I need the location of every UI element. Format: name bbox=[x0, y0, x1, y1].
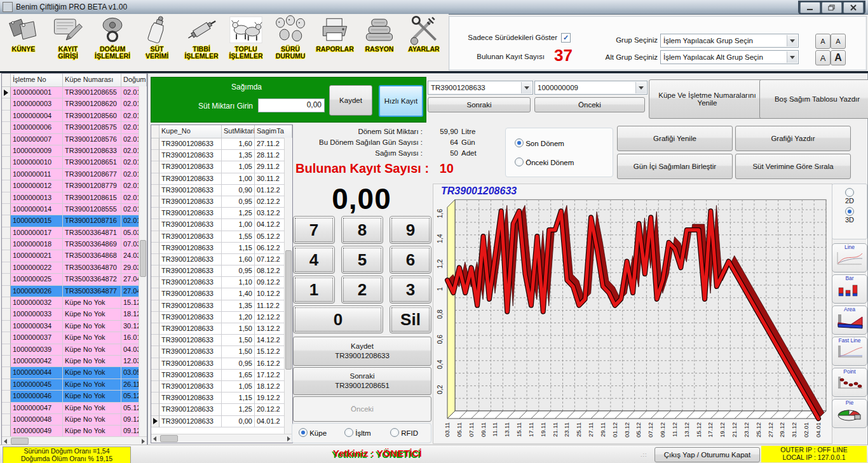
table-row[interactable]: TR390012086331,6517.12.2 bbox=[151, 370, 292, 381]
table-row[interactable]: TR390012086331,0004.12.2 bbox=[151, 219, 292, 231]
numpad-key-sil[interactable]: Sil bbox=[390, 305, 431, 333]
refresh-chart-button[interactable]: Grafiği Yenile bbox=[617, 126, 733, 151]
tag-combo-arrow[interactable] bbox=[521, 82, 532, 93]
table-row[interactable]: 1000000010TR3900120865102.01.2 bbox=[2, 157, 147, 168]
close-button[interactable] bbox=[843, 2, 864, 13]
table-row[interactable]: 1000000037Küpe No Yok16.01.2 bbox=[2, 332, 147, 344]
toolbar-item-süt-verimi[interactable]: SÜT VERİMİ bbox=[136, 14, 178, 60]
toolbar-item-kayit-girişi[interactable]: KAYIT GİRİŞİ bbox=[47, 14, 89, 60]
table-row[interactable]: 1000000006TR3900120857502.01.2 bbox=[2, 122, 147, 133]
table-row[interactable]: 1000000014TR3900120855502.01.2 bbox=[2, 204, 147, 215]
table-row[interactable]: TR390012086331,3528.11.2 bbox=[151, 150, 292, 161]
table-row[interactable]: 1000000011TR3900120867702.01.2 bbox=[2, 169, 147, 180]
vertical-scrollbar[interactable] bbox=[139, 86, 147, 436]
save-button[interactable]: Kaydet bbox=[329, 85, 372, 116]
numpad-key-4[interactable]: 4 bbox=[293, 246, 335, 274]
group-combo-arrow[interactable] bbox=[787, 35, 797, 46]
table-row[interactable]: 1000000032Küpe No Yok15.12.2 bbox=[2, 297, 147, 309]
toolbar-item-rasyon[interactable]: RASYON bbox=[358, 14, 400, 53]
chart-type-fast-line-button[interactable]: Fast Line bbox=[832, 337, 867, 366]
table-row[interactable]: TR390012086330,0004.01.2 bbox=[151, 416, 292, 427]
restore-button[interactable] bbox=[822, 2, 842, 13]
table-row[interactable]: 1000000047Küpe No Yok05.12.2 bbox=[2, 403, 147, 414]
table-row[interactable]: TR390012086331,3511.12.2 bbox=[151, 300, 292, 312]
numpad-key-0[interactable]: 0 bbox=[293, 305, 383, 333]
chart-type-bar-button[interactable]: Bar bbox=[832, 274, 867, 304]
table-row[interactable]: TR390012086330,9516.12.2 bbox=[151, 358, 292, 370]
period-current-radio[interactable]: Son Dönem bbox=[515, 138, 564, 147]
table-row[interactable]: TR390012086331,2503.12.2 bbox=[151, 208, 292, 219]
numpad-key-1[interactable]: 1 bbox=[293, 276, 335, 304]
merge-daily-button[interactable]: Gün İçi Sağımları Birleştir bbox=[617, 154, 733, 179]
table-row[interactable]: 1000000049Küpe No Yok09.12.2 bbox=[2, 426, 147, 437]
table-row[interactable]: 1000000046Küpe No Yok05.12.2 bbox=[2, 391, 147, 402]
table-row[interactable]: TR390012086331,1519.12.2 bbox=[151, 393, 292, 404]
print-empty-table-button[interactable]: Boş Sağım Tablosu Yazdır bbox=[759, 79, 868, 119]
table-row[interactable]: 1000000015TR3900120871602.01.2 bbox=[2, 215, 147, 227]
chart-type-pie-button[interactable]: Pie bbox=[832, 399, 867, 428]
table-row[interactable]: TR390012086331,6027.11.2 bbox=[151, 138, 292, 150]
table-row[interactable]: 1000000045Küpe No Yok26.11.2 bbox=[2, 379, 147, 391]
dim-2d-radio[interactable]: 2D bbox=[832, 188, 867, 205]
table-row[interactable]: TR390012086331,0518.12.2 bbox=[151, 381, 292, 393]
table-row[interactable]: 1000000013TR3900120861502.01.2 bbox=[2, 192, 147, 204]
table-row[interactable]: TR390012086331,5013.12.2 bbox=[151, 323, 292, 335]
numpad-key-8[interactable]: 8 bbox=[341, 216, 383, 244]
table-row[interactable]: TR390012086331,6007.12.2 bbox=[151, 254, 292, 265]
table-row[interactable]: TR390012086331,1506.12.2 bbox=[151, 243, 292, 254]
table-row[interactable]: 1000000009TR3900120863302.01.2 bbox=[2, 145, 147, 157]
table-row[interactable]: 1000000004TR3900120856002.01.2 bbox=[2, 111, 147, 122]
table-row[interactable]: 1000000022TR3500336487029.03.2 bbox=[2, 262, 147, 274]
farm-combo-arrow[interactable] bbox=[635, 82, 646, 93]
table-row[interactable]: 1000000017TR3500336487105.03.2 bbox=[2, 227, 147, 239]
show-only-herd-checkbox[interactable]: ✓ bbox=[561, 33, 571, 43]
font-size-button-4[interactable]: A bbox=[831, 50, 846, 65]
table-row[interactable]: 1000000012TR3900120877902.01.2 bbox=[2, 180, 147, 192]
dim-3d-radio[interactable]: 3D bbox=[832, 207, 867, 224]
numpad-key-3[interactable]: 3 bbox=[390, 276, 431, 304]
tag-combo[interactable]: TR39001208633 bbox=[428, 81, 533, 95]
numpad-key-5[interactable]: 5 bbox=[341, 246, 383, 274]
subgroup-combo-arrow[interactable] bbox=[787, 51, 797, 63]
table-row[interactable]: TR390012086330,9001.12.2 bbox=[151, 185, 292, 196]
refresh-numbers-button[interactable]: Küpe Ve İşletme Numaralarını Yenile bbox=[649, 79, 766, 119]
next-animal-button[interactable]: Sonraki bbox=[428, 97, 531, 112]
table-row[interactable]: 1000000034Küpe No Yok30.12.2 bbox=[2, 321, 147, 332]
sort-by-yield-button[interactable]: Süt Verimine Göre Sırala bbox=[735, 154, 851, 179]
toolbar-item-raporlar[interactable]: RAPORLAR bbox=[314, 14, 356, 53]
group-combo[interactable]: İşlem Yapılacak Grup Seçin bbox=[660, 34, 799, 48]
mode-radio-rfid[interactable]: RFID bbox=[390, 428, 418, 437]
prev-animal-button[interactable]: Önceki bbox=[534, 97, 645, 112]
table-row[interactable]: TR390012086331,5014.12.2 bbox=[151, 335, 292, 346]
toolbar-item-ayarlar[interactable]: AYARLAR bbox=[403, 14, 445, 53]
mode-radio-küpe[interactable]: Küpe bbox=[299, 428, 327, 437]
font-size-button-3[interactable]: A bbox=[815, 50, 831, 65]
mode-radio-i̇şltm[interactable]: İşltm bbox=[344, 428, 370, 437]
chart-type-point-button[interactable]: Point bbox=[832, 368, 867, 397]
table-row[interactable]: TR390012086331,0529.11.2 bbox=[151, 161, 292, 173]
farm-combo[interactable]: 1000000009 bbox=[534, 81, 648, 95]
chart-type-area-button[interactable]: Area bbox=[832, 305, 867, 335]
horizontal-scrollbar[interactable] bbox=[2, 436, 147, 445]
table-row[interactable]: 1000000044Küpe No Yok03.05.2 bbox=[2, 367, 147, 379]
table-row[interactable]: 1000000048Küpe No Yok09.12.2 bbox=[2, 414, 147, 426]
numpad-key-7[interactable]: 7 bbox=[293, 216, 335, 244]
table-row[interactable]: 1000000033Küpe No Yok18.12.2 bbox=[2, 309, 147, 320]
table-row[interactable]: 1000000003TR3900120862002.01.2 bbox=[2, 98, 147, 110]
toolbar-item-sürü-durumu[interactable]: SÜRÜ DURUMU bbox=[269, 14, 311, 60]
period-previous-radio[interactable]: Önceki Dönem bbox=[515, 158, 574, 166]
minimize-button[interactable] bbox=[800, 2, 820, 13]
print-chart-button[interactable]: Grafiği Yazdır bbox=[735, 126, 851, 151]
toolbar-item-doğum-işlemleri[interactable]: DOĞUM İŞLEMLERİ bbox=[92, 14, 133, 60]
quick-save-button[interactable]: Hızlı Kayıt bbox=[379, 85, 423, 117]
table-row[interactable]: TR390012086330,9508.12.2 bbox=[151, 265, 292, 277]
toolbar-item-künye[interactable]: KÜNYE bbox=[3, 14, 44, 53]
numpad-prev-button[interactable]: Önceki bbox=[293, 396, 431, 422]
subgroup-combo[interactable]: İşlem Yapılacak Alt Grup Seçin bbox=[660, 50, 799, 64]
toolbar-item-toplu-işlemler[interactable]: TOPLU İŞLEMLER bbox=[225, 14, 267, 60]
table-row[interactable]: 1000000039Küpe No Yok04.03.2 bbox=[2, 344, 147, 356]
table-row[interactable]: TR390012086331,4010.12.2 bbox=[151, 288, 292, 300]
toolbar-item-tibbi-işlemler[interactable]: TIBBİ İŞLEMLER bbox=[180, 14, 222, 60]
font-size-button-1[interactable]: A bbox=[815, 34, 831, 49]
table-row[interactable]: TR390012086331,2012.12.2 bbox=[151, 312, 292, 323]
